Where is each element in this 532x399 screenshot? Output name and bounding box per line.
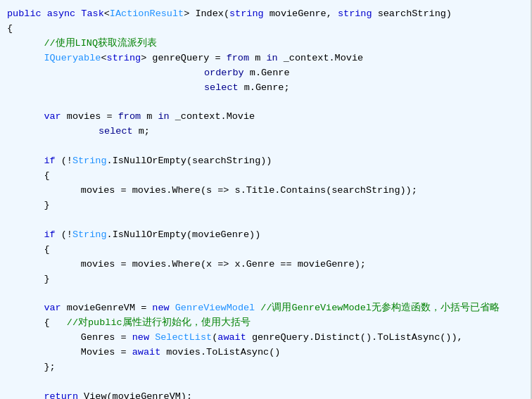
code-line [7,96,525,110]
code-line: orderby m.Genre [7,66,525,81]
code-line: { [7,243,525,258]
code-line: return View(movieGenreVM); [7,390,525,399]
code-line [7,375,525,390]
code-line: } [7,198,525,213]
code-line [7,139,525,154]
code-line: public async Task<IActionResult> Index(s… [7,7,525,22]
code-line: IQueryable<string> genreQuery = from m i… [7,51,525,66]
code-line: select m.Genre; [7,81,525,96]
code-line: //使用LINQ获取流派列表 [7,37,525,51]
code-line: var movies = from m in _context.Movie [7,110,525,125]
code-container: public async Task<IActionResult> Index(s… [0,0,532,399]
code-line: Movies = await movies.ToListAsync() [7,346,525,360]
code-line [7,287,525,302]
code-line [7,213,525,228]
code-line: { [7,169,525,184]
code-line: movies = movies.Where(x => x.Genre == mo… [7,258,525,272]
code-line: var movieGenreVM = new GenreViewModel //… [7,301,525,316]
code-line: { [7,22,525,37]
code-line: select m; [7,125,525,139]
code-block: public async Task<IActionResult> Index(s… [0,7,532,399]
code-line: { //对public属性进行初始化，使用大括号 [7,316,525,331]
code-line: if (!String.IsNullOrEmpty(movieGenre)) [7,228,525,243]
code-line: if (!String.IsNullOrEmpty(searchString)) [7,154,525,169]
code-line: movies = movies.Where(s => s.Title.Conta… [7,184,525,198]
keyword: public [7,7,42,22]
code-line: }; [7,360,525,375]
code-line: Genres = new SelectList(await genreQuery… [7,331,525,346]
code-line: } [7,272,525,287]
